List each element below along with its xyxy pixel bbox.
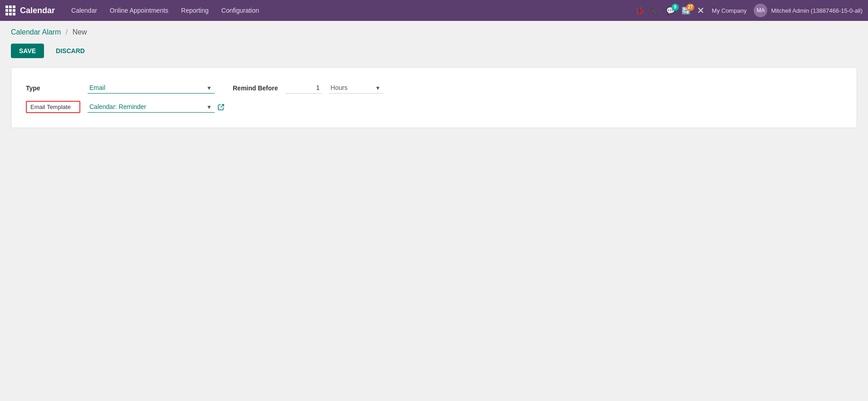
email-template-label: Email Template: [26, 101, 80, 113]
remind-number-input[interactable]: [285, 82, 322, 94]
discard-button[interactable]: DISCARD: [48, 44, 93, 58]
form-row-1: Type Email SMS Text Message Notification…: [26, 82, 842, 94]
breadcrumb-separator: /: [66, 28, 68, 36]
external-link-icon[interactable]: [217, 104, 225, 111]
refresh-icon[interactable]: 🔄 27: [682, 6, 691, 15]
remind-unit-select[interactable]: Minutes Hours Days: [329, 82, 383, 94]
type-label: Type: [26, 84, 80, 92]
action-bar: SAVE DISCARD: [11, 44, 857, 58]
nav-online-appointments[interactable]: Online Appointments: [104, 4, 174, 17]
phone-icon[interactable]: 📞: [651, 6, 660, 15]
nav-menu: Calendar Online Appointments Reporting C…: [66, 4, 635, 17]
save-button[interactable]: SAVE: [11, 44, 44, 58]
nav-calendar[interactable]: Calendar: [66, 4, 103, 17]
breadcrumb: Calendar Alarm / New: [11, 28, 857, 36]
type-select[interactable]: Email SMS Text Message Notification: [88, 82, 215, 94]
type-field-group: Type Email SMS Text Message Notification…: [26, 82, 215, 94]
topnav: Calendar Calendar Online Appointments Re…: [0, 0, 868, 21]
company-name[interactable]: My Company: [712, 7, 747, 14]
chat-icon[interactable]: 💬 9: [666, 6, 675, 15]
user-name: Mitchell Admin (13887466-15-0-all): [771, 7, 863, 14]
page-content: Calendar Alarm / New SAVE DISCARD Type E…: [0, 21, 868, 401]
template-select[interactable]: Calendar: Reminder: [88, 101, 215, 113]
nav-configuration[interactable]: Configuration: [216, 4, 265, 17]
remind-before-group: Remind Before Minutes Hours Days ▼: [233, 82, 383, 94]
close-icon[interactable]: ✕: [697, 5, 705, 16]
brand-title[interactable]: Calendar: [20, 6, 55, 15]
user-profile[interactable]: MA Mitchell Admin (13887466-15-0-all): [754, 4, 863, 17]
topnav-icons: 🐞 📞 💬 9 🔄 27 ✕: [635, 5, 705, 16]
grid-menu-icon[interactable]: [5, 5, 15, 15]
breadcrumb-parent[interactable]: Calendar Alarm: [11, 28, 61, 36]
chat-badge: 9: [672, 4, 679, 11]
remind-unit-wrapper: Minutes Hours Days ▼: [329, 82, 383, 94]
template-select-wrapper: Calendar: Reminder ▼: [88, 101, 215, 113]
type-select-wrapper: Email SMS Text Message Notification ▼: [88, 82, 215, 94]
refresh-badge: 27: [687, 4, 694, 11]
bug-icon[interactable]: 🐞: [635, 6, 644, 15]
nav-reporting[interactable]: Reporting: [176, 4, 214, 17]
remind-before-label: Remind Before: [233, 84, 278, 92]
form-card: Type Email SMS Text Message Notification…: [11, 67, 857, 128]
breadcrumb-current: New: [73, 28, 87, 36]
user-avatar: MA: [754, 4, 767, 17]
template-row: Email Template Calendar: Reminder ▼: [26, 101, 842, 113]
